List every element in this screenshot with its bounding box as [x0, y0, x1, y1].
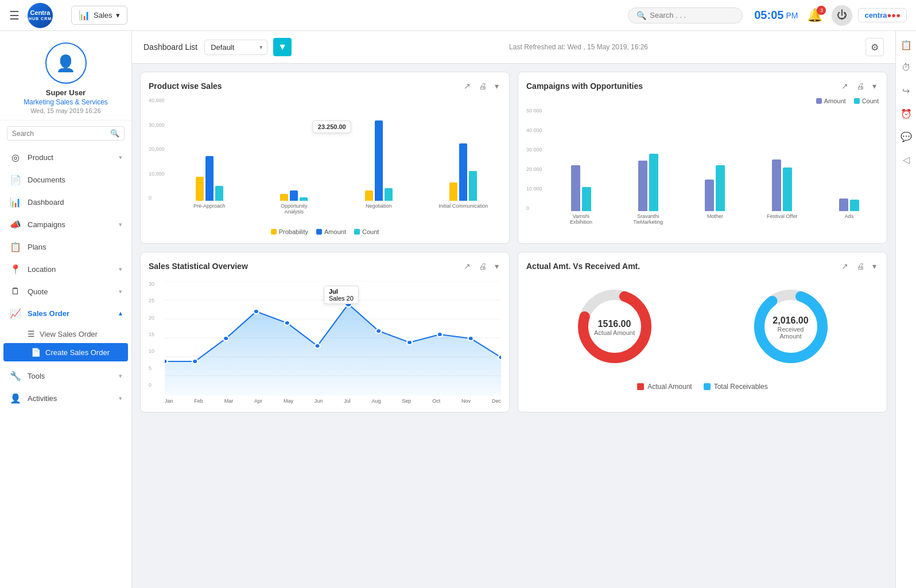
card-menu-btn-so[interactable]: ▾: [492, 260, 501, 272]
donut-actual-sub: Actual Amount: [594, 329, 635, 336]
donut-legend-dot-receivables: [704, 383, 711, 390]
menu-icon[interactable]: ☰: [9, 9, 20, 22]
card-expand-btn-campaigns[interactable]: ↗: [839, 80, 851, 92]
card-sales-overview: Sales Statistical Overview ↗ 🖨 ▾ 0 5 10 …: [140, 252, 510, 412]
so-y-30: 30: [149, 281, 154, 287]
bar-chart-bars: [172, 98, 501, 201]
location-arrow: ▾: [119, 266, 122, 273]
tools-arrow: ▾: [119, 372, 122, 380]
cam-y-10k: 10 000: [526, 186, 542, 192]
bar-group-mother: [686, 165, 745, 211]
sidebar-item-plans[interactable]: 📋 Plans: [0, 236, 131, 258]
dashboard-label: Dashboard: [28, 198, 122, 207]
legend-label-count-campaigns: Count: [862, 98, 879, 104]
bar-neg-prob: [365, 190, 373, 201]
card-menu-btn-campaigns[interactable]: ▾: [870, 80, 879, 92]
sidebar-item-dashboard[interactable]: 📊 Dashboard: [0, 191, 131, 213]
campaigns-x-labels: VamshiExbihition SravanthiTieMarketing M…: [552, 213, 879, 225]
cam-y-0: 0: [526, 205, 542, 211]
legend-amount-product: Amount: [316, 228, 346, 235]
sidebar-subitem-create-sales-order[interactable]: 📄 Create Sales Order: [3, 343, 128, 361]
card-menu-btn[interactable]: ▾: [492, 80, 501, 92]
bar-init-amount: [459, 143, 467, 201]
bar-init-prob: [449, 182, 457, 201]
sidebar-item-activities[interactable]: 👤 Activities ▾: [0, 387, 131, 410]
donut-received-sub: Received Amount: [769, 326, 812, 340]
sidebar-search-input[interactable]: [12, 130, 110, 138]
sidebar-item-tools[interactable]: 🔧 Tools ▾: [0, 365, 131, 387]
card-print-btn-campaigns[interactable]: 🖨: [854, 80, 867, 92]
card-expand-btn-so[interactable]: ↗: [461, 260, 473, 272]
bar-group-vamshi: [552, 165, 611, 211]
module-selector[interactable]: 📊 Sales ▾: [71, 6, 127, 25]
donut-actual: 1516.00 Actual Amount: [572, 283, 658, 371]
bar-vamshi-count: [582, 187, 591, 211]
x-label-mar: Mar: [224, 398, 234, 404]
card-expand-btn[interactable]: ↗: [461, 80, 473, 92]
dashboard-grid: Product wise Sales ↗ 🖨 ▾ 0 10,000 20,000…: [132, 64, 895, 420]
plans-label: Plans: [28, 243, 122, 251]
sidebar-item-campaigns[interactable]: 📣 Campaigns ▾: [0, 213, 131, 236]
sidebar-item-documents[interactable]: 📄 Documents: [0, 169, 131, 191]
settings-button[interactable]: ⚙: [865, 38, 884, 56]
campaigns-arrow: ▾: [119, 221, 122, 228]
bar-preapproach-count: [215, 186, 223, 201]
card-print-btn[interactable]: 🖨: [476, 80, 489, 92]
bar-preapproach-amount: [205, 156, 214, 201]
dot-nov: [468, 336, 473, 341]
sidebar-subitem-view-sales-order[interactable]: ☰ View Sales Order: [0, 325, 131, 343]
x-label-jan: Jan: [165, 398, 173, 404]
search-input[interactable]: [650, 11, 734, 20]
chart-icon: 📊: [79, 10, 90, 21]
sidebar-date: Wed, 15 may 2019 16:26: [6, 107, 126, 114]
right-icon-history[interactable]: ⏱: [898, 60, 914, 76]
navbar: ☰ Centra HUB CRM 📊 Sales ▾ 🔍 05:05 PM 🔔 …: [0, 0, 916, 31]
sidebar-item-product[interactable]: ◎ Product ▾: [0, 146, 131, 169]
right-icon-forward[interactable]: ↪: [898, 83, 914, 99]
card-print-btn-so[interactable]: 🖨: [476, 260, 489, 272]
card-header-avr: Actual Amt. Vs Received Amt. ↗ 🖨 ▾: [526, 260, 879, 272]
dot-apr: [254, 309, 259, 314]
quote-arrow: ▾: [119, 288, 122, 295]
donut-legend-dot-actual: [637, 383, 644, 390]
card-menu-btn-avr[interactable]: ▾: [870, 260, 879, 272]
card-actions-campaigns: ↗ 🖨 ▾: [839, 80, 879, 92]
sidebar-search[interactable]: 🔍: [7, 126, 125, 141]
filter-button[interactable]: ▼: [273, 38, 292, 56]
location-label: Location: [28, 265, 119, 274]
main-content: Dashboard List Default ▾ ▼ Last Refreshe…: [132, 31, 895, 588]
card-print-btn-avr[interactable]: 🖨: [854, 260, 867, 272]
legend-dot-amount: [316, 229, 322, 235]
right-icon-chat[interactable]: 💬: [898, 128, 914, 145]
sidebar-item-location[interactable]: 📍 Location ▾: [0, 258, 131, 281]
legend-dot-amount-campaigns: [816, 98, 822, 104]
card-actions-product: ↗ 🖨 ▾: [461, 80, 501, 92]
bar-ads-count: [850, 200, 859, 211]
donut-legend-label-receivables: Total Receivables: [714, 383, 768, 391]
donut-received-value: 2,016.00: [769, 316, 812, 326]
dashboard-list-label: Dashboard List: [143, 42, 197, 52]
clock-time: 05:05: [754, 9, 783, 22]
card-expand-btn-avr[interactable]: ↗: [839, 260, 851, 272]
y-label-40k: 40,000: [149, 98, 165, 103]
legend-dot-prob: [271, 229, 277, 235]
location-icon: 📍: [9, 264, 22, 275]
so-y-0: 0: [149, 382, 154, 388]
x-label-oct: Oct: [432, 398, 440, 404]
sidebar-user-info: 👤 Super User Marketing Sales & Services …: [0, 31, 131, 120]
x-label-sravanthi: SravanthiTieMarketing: [619, 213, 678, 225]
bar-group-initialcomm: [426, 143, 502, 201]
cam-y-50k: 50 000: [526, 108, 542, 114]
right-icon-alarm[interactable]: ⏰: [898, 106, 914, 122]
x-label-dec: Dec: [492, 398, 501, 404]
cam-y-40k: 40 000: [526, 127, 542, 133]
sidebar-item-quote[interactable]: 🗒 Quote ▾: [0, 281, 131, 302]
dashboard-select[interactable]: Default: [204, 40, 267, 55]
right-icon-collapse[interactable]: ◁: [898, 151, 914, 168]
clock-ampm: PM: [786, 11, 798, 20]
sidebar-item-sales-order[interactable]: 📈 Sales Order ▴: [0, 302, 131, 325]
documents-icon: 📄: [9, 174, 22, 185]
global-search[interactable]: 🔍: [628, 7, 743, 24]
power-button[interactable]: ⏻: [832, 5, 852, 26]
right-icon-notes[interactable]: 📋: [898, 37, 914, 53]
